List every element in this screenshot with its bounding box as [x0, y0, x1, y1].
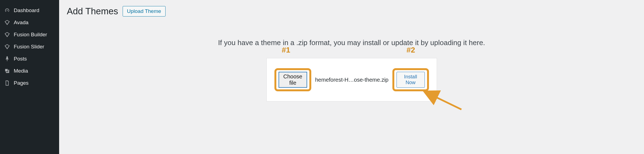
diamond-icon [4, 43, 10, 50]
sidebar-item-label: Media [14, 68, 28, 74]
sidebar-item-label: Fusion Builder [14, 32, 47, 38]
diamond-icon [4, 31, 10, 38]
page-header: Add Themes Upload Theme [67, 6, 636, 16]
choose-file-button[interactable]: Choose file [279, 72, 307, 88]
sidebar-item-label: Dashboard [14, 7, 39, 13]
annotation-arrow-icon [420, 90, 464, 112]
gauge-icon [4, 7, 10, 14]
annotation-step-2: #2 [406, 46, 415, 54]
sidebar-item-fusion-builder[interactable]: Fusion Builder [0, 29, 59, 41]
install-now-button[interactable]: Install Now [397, 72, 425, 88]
sidebar-item-dashboard[interactable]: Dashboard [0, 4, 59, 16]
admin-sidebar: Dashboard Avada Fusion Builder Fusion Sl… [0, 0, 59, 154]
sidebar-item-label: Fusion Slider [14, 44, 44, 50]
sidebar-item-label: Avada [14, 20, 29, 26]
annotation-step-1: #1 [282, 46, 290, 54]
sidebar-item-label: Pages [14, 80, 29, 86]
pin-icon [4, 56, 10, 62]
sidebar-item-label: Posts [14, 56, 27, 62]
sidebar-item-posts[interactable]: Posts [0, 53, 59, 65]
upload-helper-text: If you have a theme in a .zip format, yo… [67, 38, 636, 47]
annotation-highlight-2: Install Now [392, 68, 429, 91]
sidebar-item-pages[interactable]: Pages [0, 77, 59, 89]
media-icon [4, 68, 10, 74]
upload-theme-button[interactable]: Upload Theme [123, 6, 166, 16]
pages-icon [4, 80, 10, 86]
selected-file-name: hemeforest-H…ose-theme.zip [315, 77, 389, 83]
diamond-icon [4, 19, 10, 26]
page-title: Add Themes [67, 6, 118, 16]
upload-form: #1 #2 Choose file hemeforest-H…ose-theme… [266, 58, 437, 101]
sidebar-item-media[interactable]: Media [0, 65, 59, 77]
main-content: Add Themes Upload Theme If you have a th… [59, 0, 644, 154]
sidebar-item-fusion-slider[interactable]: Fusion Slider [0, 41, 59, 53]
sidebar-item-avada[interactable]: Avada [0, 16, 59, 29]
annotation-highlight-1: Choose file [274, 68, 311, 91]
